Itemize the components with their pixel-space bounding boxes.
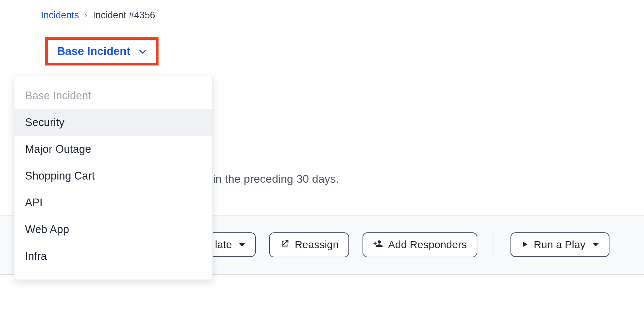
run-play-label: Run a Play bbox=[534, 239, 586, 251]
dropdown-item-infra[interactable]: Infra bbox=[14, 243, 212, 270]
dropdown-item-major-outage[interactable]: Major Outage bbox=[14, 136, 212, 163]
caret-down-icon bbox=[239, 243, 245, 246]
run-play-button[interactable]: Run a Play bbox=[510, 232, 609, 257]
add-responders-button[interactable]: Add Responders bbox=[363, 232, 477, 257]
reassign-button[interactable]: Reassign bbox=[269, 232, 349, 257]
dropdown-item-api[interactable]: API bbox=[14, 189, 212, 216]
reassign-label: Reassign bbox=[295, 239, 339, 251]
incident-type-dropdown-button[interactable]: Base Incident bbox=[45, 37, 159, 65]
play-icon bbox=[521, 239, 529, 251]
breadcrumb-separator: › bbox=[85, 11, 87, 20]
share-icon bbox=[280, 239, 290, 251]
dropdown-item-base-incident: Base Incident bbox=[14, 82, 212, 109]
late-button-label: late bbox=[215, 239, 232, 251]
incident-type-label: Base Incident bbox=[57, 45, 130, 58]
incident-type-dropdown-menu: Base Incident Security Major Outage Shop… bbox=[14, 76, 213, 280]
breadcrumb-root-link[interactable]: Incidents bbox=[41, 10, 79, 21]
caret-down-icon bbox=[593, 243, 599, 246]
dropdown-item-shopping-cart[interactable]: Shopping Cart bbox=[14, 163, 212, 189]
breadcrumb: Incidents › Incident #4356 bbox=[0, 0, 644, 21]
breadcrumb-current: Incident #4356 bbox=[93, 10, 155, 21]
add-responders-label: Add Responders bbox=[388, 239, 466, 251]
dropdown-item-web-app[interactable]: Web App bbox=[14, 216, 212, 243]
toolbar-divider bbox=[494, 232, 494, 257]
chevron-down-icon bbox=[139, 48, 147, 55]
dropdown-item-security[interactable]: Security bbox=[14, 109, 212, 136]
person-add-icon bbox=[373, 239, 383, 251]
